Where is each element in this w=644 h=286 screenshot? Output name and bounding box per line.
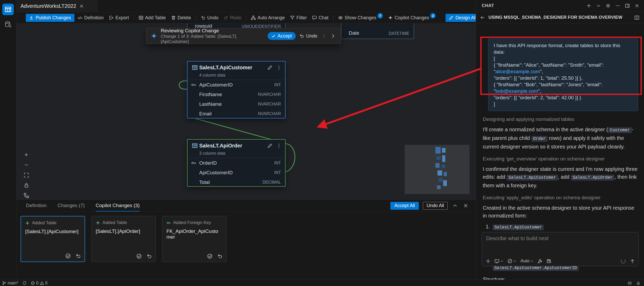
- accept-change-icon[interactable]: [136, 253, 142, 259]
- minimap-node: [435, 163, 440, 168]
- git-branch-indicator[interactable]: main*: [2, 281, 18, 285]
- change-card-apicustomer[interactable]: Added Table [SalesLT].[ApiCustomer]: [21, 216, 85, 262]
- panel-close-icon[interactable]: [462, 202, 469, 209]
- column-row[interactable]: ApiCustomerID INT: [188, 80, 285, 90]
- chat-prompt-input[interactable]: [486, 235, 634, 241]
- new-chat-icon[interactable]: [587, 3, 591, 8]
- chat-input-box[interactable]: Auto: [482, 232, 639, 266]
- column-row[interactable]: OrderID INT: [188, 158, 285, 168]
- zoom-out-button[interactable]: −: [23, 162, 29, 168]
- delete-button[interactable]: Delete: [169, 14, 193, 22]
- filter-button[interactable]: Filter: [288, 14, 309, 22]
- model-picker-dropdown[interactable]: Auto: [520, 258, 534, 264]
- sync-icon: [22, 281, 27, 285]
- instructions-icon[interactable]: [546, 259, 551, 264]
- chat-button[interactable]: Chat: [310, 14, 331, 22]
- open-in-editor-icon[interactable]: [634, 15, 639, 20]
- panel-collapse-icon[interactable]: [452, 202, 458, 209]
- minimap-node: [437, 170, 442, 176]
- accept-change-icon[interactable]: [65, 253, 71, 259]
- copilot-status-icon[interactable]: [628, 281, 632, 285]
- table-menu-icon[interactable]: [276, 65, 281, 70]
- back-arrow-icon[interactable]: [480, 15, 485, 20]
- problems-indicator[interactable]: 0 0: [31, 281, 48, 285]
- accept-all-button[interactable]: Accept All: [390, 202, 419, 210]
- activity-schema-designer[interactable]: [2, 4, 14, 15]
- fit-view-button[interactable]: [23, 172, 29, 178]
- change-name: FK_ApiOrder_ApiCustomer: [166, 228, 222, 240]
- mode-dropdown[interactable]: [507, 259, 517, 264]
- tab-changes[interactable]: Changes (7): [57, 200, 85, 212]
- table-node-apiorder[interactable]: SalesLT.ApiOrder 3 column data OrderID I…: [187, 139, 286, 187]
- toolbar-separator: [196, 15, 196, 21]
- undo-change-icon[interactable]: [75, 253, 81, 259]
- undo-change-icon[interactable]: [146, 253, 152, 259]
- added-icon: [25, 221, 30, 225]
- undo-button[interactable]: Undo: [199, 14, 221, 22]
- table-title: SalesLT.ApiCustomer: [199, 65, 266, 71]
- minimap-node: [444, 172, 447, 176]
- chat-history-chevron-icon[interactable]: [596, 3, 601, 8]
- copilot-changes-badge: 3: [430, 13, 436, 18]
- schema-canvas[interactable]: rowguid UNIQUEIDENTIFIER Date DATETIME R…: [16, 23, 476, 200]
- table-fragment-date[interactable]: Date DATETIME: [341, 23, 414, 39]
- tab-definition[interactable]: Definition: [26, 200, 47, 212]
- change-card-apiorder[interactable]: Added Table [SalesLT].[ApiOrder]: [91, 216, 156, 262]
- check-icon: [272, 34, 275, 38]
- table-node-apicustomer[interactable]: SalesLT.ApiCustomer 4 column data ApiCus…: [187, 61, 286, 119]
- undo-change-button[interactable]: Undo: [299, 33, 317, 39]
- add-table-button[interactable]: Add Table: [137, 14, 168, 22]
- tools-icon[interactable]: [538, 259, 543, 264]
- column-row[interactable]: LastName NVARCHAR: [188, 99, 285, 109]
- undo-change-icon[interactable]: [217, 253, 223, 259]
- designer-toolbar: Publish Changes </> Definition Export Ad…: [16, 12, 476, 23]
- definition-button[interactable]: </> Definition: [75, 14, 106, 22]
- lock-canvas-button[interactable]: [23, 182, 29, 188]
- redo-button[interactable]: Redo: [222, 14, 243, 22]
- accept-change-button[interactable]: Accept: [268, 32, 296, 40]
- column-name: Date: [349, 30, 389, 36]
- chat-more-actions-icon[interactable]: [615, 3, 620, 8]
- toolbar-separator: [134, 15, 134, 21]
- canvas-minimap[interactable]: [405, 145, 469, 194]
- email-link[interactable]: bob@example.com: [495, 88, 538, 94]
- change-card-foreign-key[interactable]: Added Foreign Key FK_ApiOrder_ApiCustome…: [162, 216, 227, 262]
- tab-adventureworks[interactable]: AdventureWorksLT2022: [16, 0, 98, 12]
- tab-close-icon[interactable]: [79, 4, 84, 8]
- assistant-paragraph: I'll create a normalized schema in the a…: [483, 126, 638, 151]
- tab-copilot-changes[interactable]: Copilot Changes (3): [96, 200, 140, 212]
- chat-settings-gear-icon[interactable]: [606, 3, 610, 8]
- column-row[interactable]: Total DECIMAL: [188, 177, 285, 187]
- publish-changes-button[interactable]: Publish Changes: [26, 14, 74, 22]
- column-row[interactable]: ApiCustomerID INT: [188, 168, 285, 177]
- accept-change-icon[interactable]: [207, 253, 212, 259]
- notifications-bell-icon[interactable]: [636, 281, 640, 285]
- chat-close-icon[interactable]: [635, 3, 639, 8]
- chat-open-editor-icon[interactable]: [625, 3, 630, 8]
- sync-indicator[interactable]: [22, 281, 27, 285]
- edit-table-icon[interactable]: [267, 143, 272, 148]
- column-row[interactable]: FirstName NVARCHAR: [188, 90, 285, 99]
- screen-context-dropdown[interactable]: [494, 259, 504, 264]
- auto-arrange-button[interactable]: Auto Arrange: [249, 14, 287, 22]
- email-link[interactable]: alice@example.com: [495, 69, 540, 74]
- chat-bubble-icon: [312, 15, 317, 20]
- auto-layout-button[interactable]: [23, 192, 29, 198]
- send-message-icon[interactable]: [630, 259, 635, 264]
- column-row[interactable]: Email NVARCHAR: [188, 109, 285, 119]
- previous-change-icon[interactable]: [321, 33, 327, 39]
- export-button[interactable]: Export: [107, 14, 131, 22]
- copilot-changes-button[interactable]: Copilot Changes 3: [386, 14, 438, 22]
- undo-all-button[interactable]: Undo All: [423, 202, 448, 210]
- trash-icon: [171, 15, 176, 20]
- chat-input-toolbar: Auto: [486, 258, 635, 264]
- review-title: Reviewing Copilot Change: [161, 28, 264, 34]
- zoom-in-button[interactable]: +: [23, 152, 29, 158]
- table-menu-icon[interactable]: [276, 143, 281, 148]
- show-changes-button[interactable]: Show Changes 7: [336, 14, 385, 22]
- tab-title: AdventureWorksLT2022: [21, 3, 76, 9]
- edit-table-icon[interactable]: [267, 65, 272, 70]
- activity-object-explorer[interactable]: [2, 19, 14, 30]
- attach-context-icon[interactable]: [486, 259, 491, 264]
- next-change-icon[interactable]: [330, 33, 336, 39]
